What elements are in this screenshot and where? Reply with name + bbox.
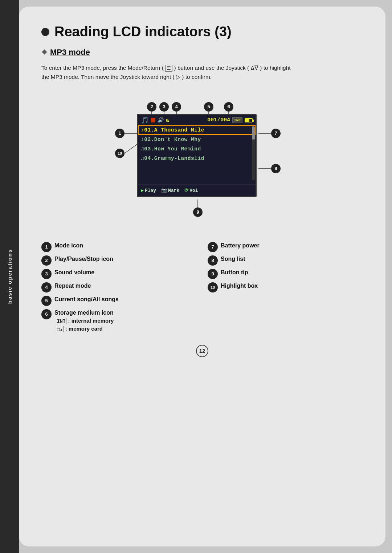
- lcd-mode-icon: 🎵: [141, 116, 149, 124]
- page-title: Reading LCD indicators (3): [41, 24, 363, 40]
- legend-item-9: 9 Button tip: [208, 269, 363, 279]
- num-3: 3: [159, 102, 169, 112]
- legend-grid: 1 Mode icon 2 Play/Pause/Stop icon 3 Sou…: [41, 242, 363, 333]
- num-6: 6: [224, 102, 233, 112]
- lcd-mark-btn: 📷 Mark: [161, 187, 179, 193]
- num-5: 5: [204, 102, 213, 112]
- num-2: 2: [147, 102, 156, 112]
- num-7: 7: [271, 129, 281, 138]
- num-10: 10: [115, 149, 124, 158]
- lcd-song-2: ♪02.Don`t Know Why: [138, 135, 256, 144]
- legend-item-3: 3 Sound volume: [41, 269, 197, 279]
- sidebar-label: basic operations: [7, 249, 13, 304]
- lcd-stop-icon: [151, 118, 155, 122]
- lcd-track-count: 001/004: [207, 117, 230, 123]
- lcd-top-bar: 🎵 🔊 ↻ 001/004 INT: [138, 115, 256, 125]
- page-number-area: 12: [41, 345, 363, 357]
- lcd-song-highlighted: ♪01.A Thousand Mile: [138, 125, 256, 135]
- lcd-play-btn: ▶ Play: [141, 187, 156, 193]
- legend-left-col: 1 Mode icon 2 Play/Pause/Stop icon 3 Sou…: [41, 242, 197, 333]
- lcd-scrollbar-thumb: [252, 126, 255, 140]
- lcd-screen: 🎵 🔊 ↻ 001/004 INT ♪01.A Thousand Mile ♪0…: [137, 114, 257, 197]
- lcd-int-badge: INT: [232, 117, 242, 123]
- legend-item-10: 10 Highlight box: [208, 282, 363, 292]
- legend-item-6: 6 Storage medium icon INT: internal memo…: [41, 309, 197, 333]
- diagram-area: 1 2 3 4 5 6 7 8 9 10 🎵 🔊 ↻ 001/004 INT: [41, 95, 363, 226]
- title-dot: [41, 28, 49, 36]
- legend-item-2: 2 Play/Pause/Stop icon: [41, 255, 197, 266]
- lcd-bottom-bar: ▶ Play 📷 Mark ⟳ Vol: [138, 185, 256, 196]
- lcd-vol-icon: 🔊: [158, 117, 164, 123]
- svg-line-9: [124, 144, 138, 153]
- intro-text: To enter the MP3 mode, press the Mode/Re…: [41, 64, 295, 82]
- legend-right-col: 7 Battery power 8 Song list 9 Button tip…: [208, 242, 363, 333]
- lcd-vol-btn: ⟳ Vol: [184, 187, 198, 193]
- lcd-song-4: ♫04.Grammy-Landslid: [138, 154, 256, 163]
- lcd-battery-fill: [245, 119, 249, 122]
- legend-item-5: 5 Current song/All songs: [41, 295, 197, 306]
- lcd-song-list: ♪01.A Thousand Mile ♪02.Don`t Know Why ♫…: [138, 125, 256, 163]
- section-heading: ❖ MP3 mode: [41, 48, 363, 57]
- lcd-battery: [245, 118, 253, 122]
- lcd-scrollbar: [252, 126, 255, 180]
- legend-item-7: 7 Battery power: [208, 242, 363, 252]
- num-9: 9: [193, 207, 203, 217]
- num-8: 8: [271, 164, 281, 173]
- lcd-song-3: ♫03.How You Remind: [138, 144, 256, 154]
- num-1: 1: [115, 129, 124, 138]
- num-4: 4: [172, 102, 181, 112]
- legend-item-1: 1 Mode icon: [41, 242, 197, 252]
- lcd-repeat-icon: ↻: [166, 117, 170, 124]
- legend-item-8: 8 Song list: [208, 255, 363, 266]
- sidebar: basic operations: [0, 0, 19, 553]
- diagram-wrapper: 1 2 3 4 5 6 7 8 9 10 🎵 🔊 ↻ 001/004 INT: [93, 95, 311, 226]
- legend-item-4: 4 Repeat mode: [41, 282, 197, 292]
- main-content: Reading LCD indicators (3) ❖ MP3 mode To…: [19, 7, 385, 546]
- page-number: 12: [196, 345, 208, 357]
